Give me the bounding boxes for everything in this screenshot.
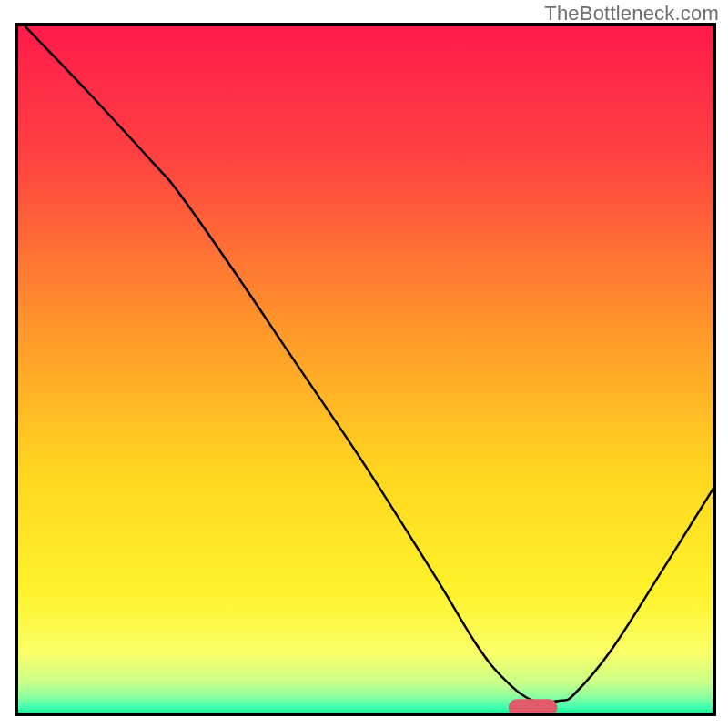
chart-container: TheBottleneck.com — [0, 0, 728, 728]
watermark-text: TheBottleneck.com — [544, 2, 719, 25]
bottleneck-chart — [0, 0, 728, 728]
